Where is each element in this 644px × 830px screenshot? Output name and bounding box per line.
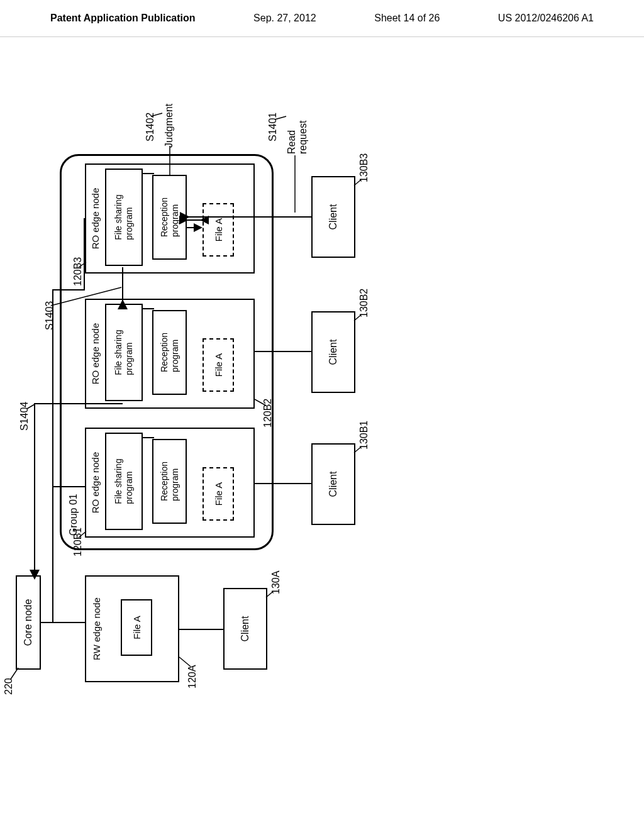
line-rw-client	[179, 629, 225, 630]
leader-ro2	[255, 396, 266, 406]
client-a-label: Client	[240, 616, 251, 642]
svg-line-22	[275, 116, 286, 119]
header-left: Patent Application Publication	[50, 13, 196, 24]
svg-line-4	[79, 262, 86, 267]
judgment-label: Judgment	[164, 104, 175, 148]
client-b3: Client	[311, 176, 355, 258]
bus-down-rw	[52, 622, 86, 623]
ro-edge-node-2: RO edge node File sharingprogram Recepti…	[85, 299, 255, 409]
leader-judgment	[167, 145, 173, 176]
core-node: Core node	[16, 575, 41, 670]
ro2-fs-text: File sharingprogram	[113, 329, 135, 375]
client-b3-label: Client	[328, 204, 339, 230]
rw-file-label: File A	[131, 616, 142, 639]
leader-client-b2	[354, 311, 364, 321]
leader-client-b1	[354, 443, 364, 453]
svg-line-9	[27, 404, 35, 409]
ro2-rc-program: Receptionprogram	[152, 310, 187, 395]
leader-s1404	[27, 402, 36, 412]
header-date: Sep. 27, 2012	[253, 13, 316, 24]
rw-edge-ref: 120A	[187, 665, 198, 689]
ro2-file-label: File A	[213, 353, 224, 377]
header-pubno: US 2012/0246206 A1	[498, 13, 594, 24]
ro1-inner-line	[142, 437, 154, 438]
svg-line-18	[354, 314, 362, 321]
line-ro2-client	[255, 351, 313, 352]
svg-line-16	[266, 591, 274, 597]
svg-line-3	[255, 399, 266, 406]
client-b2: Client	[311, 311, 355, 393]
svg-line-0	[11, 668, 18, 679]
ro3-fs-text: File sharingprogram	[113, 194, 135, 240]
core-node-ref: 220	[3, 678, 14, 695]
diagram: Fig. 14 Core node 220 RW edge node File …	[0, 167, 644, 701]
leader-ro3	[79, 258, 88, 267]
leader-read-request	[292, 154, 297, 214]
leader-client-b3	[354, 176, 364, 185]
client-a: Client	[223, 588, 267, 670]
ro2-rc-text: Receptionprogram	[159, 333, 180, 372]
rw-edge-node: RW edge node File A	[85, 575, 179, 682]
client-b1-label: Client	[328, 472, 339, 497]
ro2-fs-program: File sharingprogram	[105, 304, 143, 401]
ro3-rc-program: Receptionprogram	[152, 175, 187, 260]
svg-line-19	[354, 179, 362, 185]
read-request-label: Read request	[286, 121, 309, 154]
ro1-file-label: File A	[213, 482, 224, 506]
page-header: Patent Application Publication Sep. 27, …	[0, 0, 644, 37]
client-b2-label: Client	[328, 340, 339, 365]
leader-client-a	[266, 588, 275, 597]
ro2-inner-line	[142, 308, 154, 309]
ro2-file-a: File A	[203, 338, 234, 392]
ro1-rc-text: Receptionprogram	[159, 462, 180, 501]
rw-file-a: File A	[121, 599, 152, 656]
rw-edge-label: RW edge node	[91, 577, 102, 681]
header-sheet: Sheet 14 of 26	[374, 13, 440, 24]
line-ro1-client	[255, 483, 313, 484]
client-b1: Client	[311, 443, 355, 525]
ro3-fs-program: File sharingprogram	[105, 169, 143, 266]
leader-s1401	[275, 113, 287, 123]
ro3-rc-text: Receptionprogram	[159, 197, 180, 237]
leader-s1402	[151, 110, 164, 119]
ro1-file-a: File A	[203, 467, 234, 521]
svg-line-17	[354, 446, 362, 453]
ro-edge-3-label: RO edge node	[90, 165, 101, 272]
bus-down-core	[41, 622, 53, 623]
svg-line-1	[179, 657, 191, 667]
svg-line-7	[53, 287, 121, 305]
ro3-inner-line	[142, 173, 154, 174]
leader-s1403	[53, 286, 123, 311]
ro1-rc-program: Receptionprogram	[152, 439, 187, 524]
svg-line-14	[151, 113, 162, 116]
leader-rw	[179, 654, 192, 667]
arrow-s1404	[31, 402, 126, 578]
ro-edge-2-label: RO edge node	[90, 300, 101, 407]
leader-core	[11, 667, 20, 679]
core-node-label: Core node	[23, 599, 34, 646]
